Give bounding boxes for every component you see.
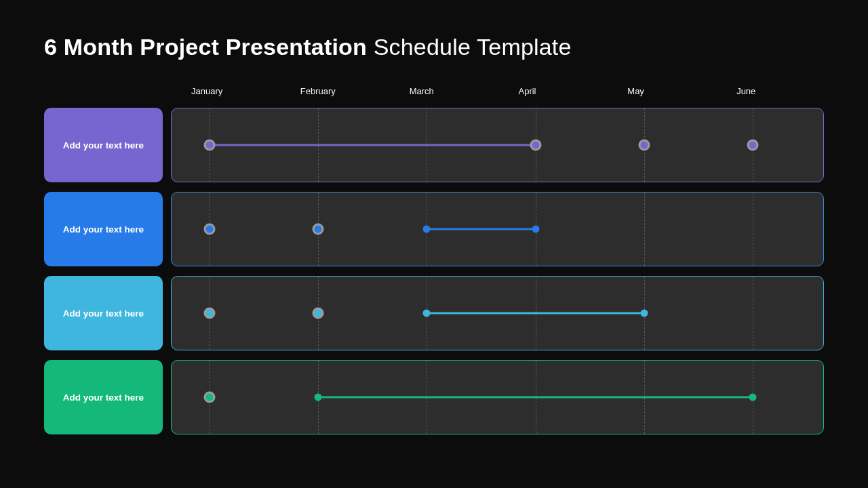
grid-line — [753, 192, 753, 266]
slide-title: 6 Month Project Presentation Schedule Te… — [44, 34, 824, 60]
month-label: January — [170, 86, 279, 104]
timeline-bar — [318, 396, 753, 399]
milestone-dot — [530, 140, 541, 151]
timeline-bar — [210, 144, 536, 146]
milestone-dot — [313, 308, 324, 319]
timeline-row: Add your text here — [44, 276, 824, 350]
month-label: March — [388, 86, 497, 104]
milestone-dot — [204, 140, 216, 151]
month-label: February — [279, 86, 388, 104]
row-track — [171, 192, 824, 266]
milestone-dot — [204, 392, 216, 403]
endpoint-dot — [315, 394, 322, 401]
timeline-chart: JanuaryFebruaryMarchAprilMayJune Add you… — [44, 86, 824, 434]
endpoint-dot — [749, 394, 756, 401]
milestone-dot — [638, 140, 650, 151]
row-track — [171, 276, 824, 350]
grid-line — [753, 277, 753, 350]
month-label: May — [606, 86, 715, 104]
endpoint-dot — [423, 310, 431, 317]
endpoint-dot — [423, 226, 431, 233]
row-track — [171, 108, 824, 182]
endpoint-dot — [532, 226, 539, 233]
milestone-dot — [204, 308, 216, 319]
timeline-row: Add your text here — [44, 108, 824, 182]
timeline-row: Add your text here — [44, 192, 824, 266]
month-labels: JanuaryFebruaryMarchAprilMayJune — [170, 86, 824, 104]
milestone-dot — [204, 224, 216, 235]
month-header-row: JanuaryFebruaryMarchAprilMayJune — [44, 86, 824, 104]
timeline-bar — [427, 228, 535, 230]
month-label: June — [715, 86, 824, 104]
milestone-dot — [313, 224, 324, 235]
timeline-rows: Add your text hereAdd your text hereAdd … — [44, 108, 824, 434]
row-label: Add your text here — [44, 276, 163, 350]
timeline-row: Add your text here — [44, 360, 824, 434]
row-label: Add your text here — [44, 360, 163, 434]
title-light: Schedule Template — [367, 34, 572, 60]
row-track — [171, 360, 824, 434]
row-label: Add your text here — [44, 108, 163, 182]
slide: 6 Month Project Presentation Schedule Te… — [0, 0, 868, 488]
endpoint-dot — [640, 310, 648, 317]
milestone-dot — [747, 140, 758, 151]
title-bold: 6 Month Project Presentation — [44, 34, 367, 60]
grid-line — [644, 192, 645, 266]
month-label: April — [496, 86, 606, 104]
row-label: Add your text here — [44, 192, 163, 266]
timeline-bar — [427, 312, 644, 314]
